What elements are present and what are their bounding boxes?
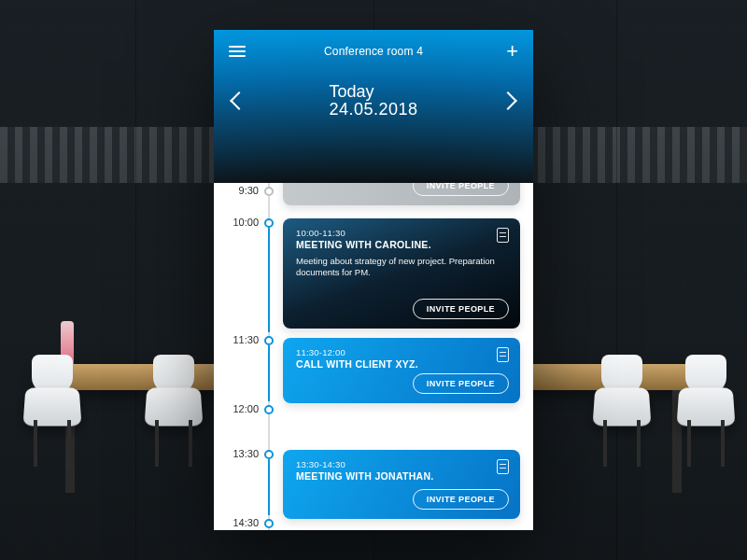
header-photo (303, 84, 444, 162)
event-desc: Meeting about strategy of new project. P… (296, 256, 507, 278)
prev-day-button[interactable] (230, 91, 248, 110)
glass-seam (616, 0, 617, 560)
app-frame: + Conference room 4 Today 24.05.2018 9:3… (214, 30, 533, 530)
time-bullet (264, 187, 274, 196)
event-card-previous[interactable]: INVITE PEOPLE (283, 183, 520, 205)
axis-segment (268, 459, 270, 515)
invite-button[interactable]: INVITE PEOPLE (413, 373, 509, 394)
time-bullet (264, 405, 274, 414)
time-tick: 13:30 (221, 448, 259, 459)
event-time: 11:30-12:00 (296, 347, 507, 357)
event-title: MEETING WITH CAROLINE. (296, 239, 507, 250)
event-card[interactable]: 10:00-11:30 MEETING WITH CAROLINE. Meeti… (283, 218, 520, 329)
chair (672, 355, 740, 457)
time-tick: 14:30 (221, 517, 259, 528)
event-card[interactable]: 11:30-12:00 CALL WITH CLIENT XYZ. INVITE… (283, 338, 520, 403)
event-title: MEETING WITH JONATHAN. (296, 470, 507, 482)
chair (588, 355, 655, 457)
invite-button[interactable]: INVITE PEOPLE (413, 299, 509, 319)
event-time: 13:30-14:30 (296, 459, 507, 469)
time-tick: 9:30 (221, 185, 259, 196)
glass-seam (135, 0, 136, 560)
day-timeline[interactable]: 9:30 10:00 11:30 12:00 13:30 14:30 INVIT… (214, 183, 533, 530)
time-tick: 11:30 (221, 334, 259, 345)
time-bullet (264, 218, 274, 228)
axis-segment (268, 345, 270, 401)
time-bullet (264, 336, 274, 345)
add-event-button[interactable]: + (506, 43, 518, 60)
event-title: CALL WITH CLIENT XYZ. (296, 358, 507, 370)
axis-segment (268, 228, 270, 332)
chair (140, 355, 207, 457)
app-header: + Conference room 4 Today 24.05.2018 (214, 30, 533, 183)
time-bullet (264, 450, 274, 459)
room-title: Conference room 4 (214, 45, 533, 58)
menu-icon[interactable] (229, 46, 246, 57)
invite-button[interactable]: INVITE PEOPLE (413, 183, 509, 196)
chair (19, 355, 86, 457)
time-bullet (264, 519, 274, 528)
invite-button[interactable]: INVITE PEOPLE (413, 489, 509, 510)
time-tick: 10:00 (221, 217, 259, 228)
event-time: 10:00-11:30 (296, 228, 507, 238)
next-day-button[interactable] (499, 91, 517, 110)
time-tick: 12:00 (221, 403, 259, 414)
event-card[interactable]: 13:30-14:30 MEETING WITH JONATHAN. INVIT… (283, 450, 520, 519)
